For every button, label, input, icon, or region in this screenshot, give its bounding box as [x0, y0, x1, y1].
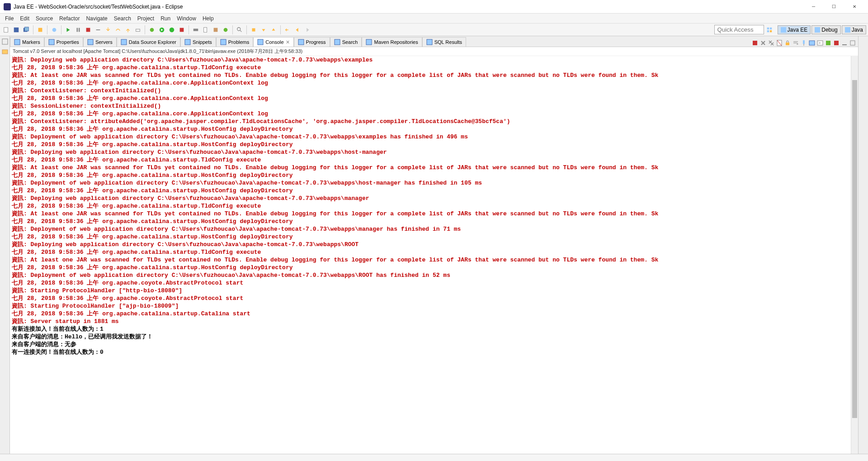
tab-maven-repositories[interactable]: Maven Repositories	[362, 37, 422, 47]
next-annotation-icon[interactable]	[259, 25, 268, 34]
terminate-icon[interactable]	[84, 25, 93, 34]
build-icon[interactable]	[36, 25, 45, 34]
remove-launch-icon[interactable]	[760, 39, 767, 47]
step-return-icon[interactable]	[123, 25, 132, 34]
console-line: 資訊: At least one JAR was scanned for TLD…	[12, 256, 849, 264]
tab-sql-results[interactable]: SQL Results	[422, 37, 466, 47]
console-line: 七月 28, 2018 9:58:36 上午 org.apache.coyote…	[12, 295, 849, 302]
svg-marker-6	[67, 28, 70, 32]
menu-navigate[interactable]: Navigate	[83, 15, 110, 22]
run-icon[interactable]	[157, 25, 166, 34]
quick-access-input[interactable]	[714, 25, 764, 34]
svg-rect-41	[221, 39, 226, 45]
skip-breakpoints-icon[interactable]	[50, 25, 59, 34]
console-line: 七月 28, 2018 9:58:36 上午 org.apache.catali…	[12, 218, 849, 225]
maximize-view-icon[interactable]	[849, 39, 856, 47]
prev-annotation-icon[interactable]	[269, 25, 278, 34]
save-all-icon[interactable]	[22, 25, 31, 34]
package-icon[interactable]	[211, 25, 220, 34]
back-icon[interactable]	[293, 25, 302, 34]
step-into-icon[interactable]	[104, 25, 113, 34]
tab-markers[interactable]: Markers	[10, 37, 44, 47]
new-icon[interactable]	[2, 25, 11, 34]
console-line: 資訊: Deploying web application directory …	[12, 56, 849, 64]
external-tools-icon[interactable]	[177, 25, 186, 34]
word-wrap-icon[interactable]	[792, 39, 799, 47]
menu-search[interactable]: Search	[111, 15, 134, 22]
perspective-label: Java	[852, 27, 863, 33]
restore-view-icon[interactable]	[1, 38, 9, 45]
view-tabs: MarkersPropertiesServersData Source Expl…	[10, 36, 858, 47]
toggle-mark-icon[interactable]	[249, 25, 258, 34]
tab-progress[interactable]: Progress	[294, 37, 330, 47]
svg-point-14	[170, 27, 175, 32]
tab-console[interactable]: Console ✕	[253, 37, 293, 47]
svg-rect-7	[77, 28, 78, 32]
svg-rect-43	[298, 39, 304, 45]
disconnect-icon[interactable]	[94, 25, 103, 34]
minimize-button[interactable]: ─	[803, 0, 824, 13]
save-icon[interactable]	[12, 25, 21, 34]
console-line: 資訊: Deployment of web application direct…	[12, 271, 849, 279]
perspective-java[interactable]: Java	[842, 25, 866, 34]
perspective-java-ee[interactable]: Java EE	[778, 25, 811, 34]
menu-window[interactable]: Window	[174, 15, 199, 22]
console-line: 七月 28, 2018 9:58:36 上午 org.apache.catali…	[12, 264, 849, 271]
tab-label: Data Source Explorer	[129, 39, 176, 45]
tab-properties[interactable]: Properties	[44, 37, 83, 47]
vertical-scrollbar[interactable]	[851, 56, 858, 454]
menu-help[interactable]: Help	[199, 15, 217, 22]
svg-rect-37	[49, 39, 54, 45]
tab-problems[interactable]: Problems	[216, 37, 253, 47]
minimize-view-icon[interactable]	[841, 39, 848, 47]
new-server-icon[interactable]	[191, 25, 200, 34]
run-last-icon[interactable]	[167, 25, 176, 34]
package-explorer-icon[interactable]	[1, 48, 9, 55]
menu-run[interactable]: Run	[157, 15, 174, 22]
maximize-button[interactable]: ☐	[824, 0, 844, 13]
svg-rect-29	[767, 30, 769, 32]
display-selected-icon[interactable]	[808, 39, 816, 47]
scroll-lock-icon[interactable]	[784, 39, 791, 47]
console-output[interactable]: 資訊: Deploying web application directory …	[10, 56, 851, 454]
tab-search[interactable]: Search	[330, 37, 362, 47]
show-stdout-icon[interactable]	[825, 39, 832, 47]
console-line: 七月 28, 2018 9:58:36 上午 org.apache.coyote…	[12, 279, 849, 287]
tab-snippets[interactable]: Snippets	[180, 37, 216, 47]
open-perspective-icon[interactable]	[765, 25, 774, 34]
svg-rect-42	[258, 39, 263, 45]
suspend-icon[interactable]	[74, 25, 83, 34]
menu-file[interactable]: File	[2, 15, 17, 22]
perspective-debug[interactable]: Debug	[811, 25, 840, 34]
resume-icon[interactable]	[64, 25, 73, 34]
menu-project[interactable]: Project	[134, 15, 157, 22]
debug-icon[interactable]	[147, 25, 156, 34]
remove-all-icon[interactable]	[768, 39, 775, 47]
open-console-icon[interactable]: >	[816, 39, 824, 47]
tab-servers[interactable]: Servers	[83, 37, 117, 47]
svg-rect-18	[214, 28, 218, 32]
tab-data-source-explorer[interactable]: Data Source Explorer	[117, 37, 180, 47]
search-icon[interactable]	[235, 25, 244, 34]
svg-point-19	[224, 28, 228, 32]
drop-to-frame-icon[interactable]	[133, 25, 142, 34]
menu-source[interactable]: Source	[33, 15, 56, 22]
terminate-console-icon[interactable]	[751, 39, 759, 47]
step-over-icon[interactable]	[113, 25, 123, 34]
svg-rect-57	[834, 41, 839, 45]
menu-edit[interactable]: Edit	[17, 15, 33, 22]
search-icon	[334, 39, 340, 45]
tab-label: Markers	[22, 39, 40, 45]
forward-icon[interactable]	[303, 25, 312, 34]
type-icon[interactable]	[221, 25, 230, 34]
new-wizard-icon[interactable]	[201, 25, 210, 34]
close-tab-icon[interactable]: ✕	[286, 39, 290, 45]
show-stderr-icon[interactable]	[833, 39, 840, 47]
pin-console-icon[interactable]	[800, 39, 807, 47]
console-line: 資訊: Starting ProtocolHandler ["http-bio-…	[12, 287, 849, 295]
last-edit-icon[interactable]	[283, 25, 292, 34]
svg-point-5	[52, 28, 57, 32]
menu-refactor[interactable]: Refactor	[56, 15, 83, 22]
clear-console-icon[interactable]	[776, 39, 783, 47]
close-button[interactable]: ✕	[844, 0, 864, 13]
